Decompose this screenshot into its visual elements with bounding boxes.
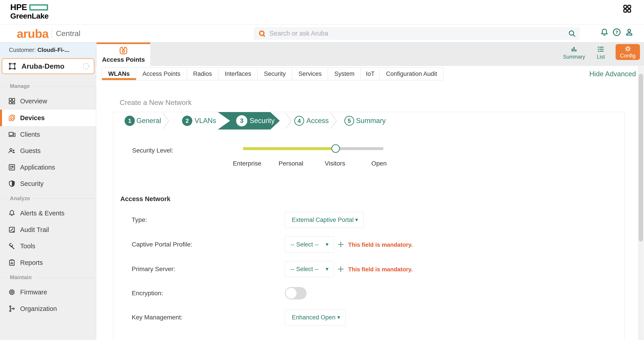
tab-iot[interactable]: IoT [361,68,380,80]
step-separator-chevron [162,112,170,129]
tab-access-points[interactable]: Access Points [136,68,187,80]
sidebar-item-devices[interactable]: Devices [0,110,96,126]
chevron-down-icon: ▼ [354,217,359,222]
app-window: HPE GreenLake aruba Central [0,0,644,340]
captive-portal-profile-select[interactable]: -- Select -- ▼ [285,236,334,252]
tab-configuration-audit[interactable]: Configuration Audit [380,68,444,80]
step-5-label[interactable]: Summary [356,112,386,130]
tab-radios[interactable]: Radios [187,68,218,80]
user-profile-icon[interactable] [624,28,634,37]
slider-handle[interactable] [332,144,340,153]
sidebar-item-label: Alerts & Events [20,210,64,217]
list-view-label: List [597,54,605,60]
step-3-active-arrow[interactable]: 3 Security [218,112,280,130]
sidebar-item-clients[interactable]: Clients [0,126,96,143]
slider-option-personal[interactable]: Personal [278,160,304,167]
sidebar-item-firmware[interactable]: Firmware [0,284,96,300]
chevron-down-icon: ▼ [336,315,341,320]
bell-icon [8,209,16,217]
step-1-circle[interactable]: 1 [124,116,135,126]
section-manage: Manage [0,82,96,90]
tab-wlans[interactable]: WLANs [102,68,136,80]
sidebar-item-label: Overview [20,98,47,105]
config-view-button[interactable]: Config [616,44,640,60]
search-input[interactable] [266,30,568,37]
sidebar-item-reports[interactable]: Reports [0,254,96,271]
step-2-label[interactable]: VLANs [194,112,216,130]
encryption-toggle[interactable] [285,287,306,300]
sidebar-item-label: Audit Trail [20,226,49,234]
step-2-circle[interactable]: 2 [182,116,192,126]
aruba-central-logo: aruba Central [17,24,80,42]
access-network-heading: Access Network [120,195,170,203]
key-management-select[interactable]: Enhanced Open ▼ [285,309,346,326]
sidebar-item-label: Organization [20,305,57,312]
sidebar-item-label: Tools [20,242,35,250]
clients-laptop-icon [8,131,16,138]
step-5-circle[interactable]: 5 [344,116,354,126]
list-view-button[interactable]: List [588,45,613,60]
primary-server-label: Primary Server: [132,265,175,273]
step-separator-chevron [330,112,338,129]
slider-option-open[interactable]: Open [372,160,387,167]
hpe-logo-text: HPE [10,3,27,12]
aruba-search-logo-icon [258,30,266,37]
tab-security[interactable]: Security [258,68,292,80]
add-captive-portal-profile-icon[interactable] [337,240,345,248]
sidebar-item-security[interactable]: Security [0,175,96,192]
section-analyze: Analyze [0,194,96,203]
help-icon[interactable]: ? [612,28,622,37]
tab-services[interactable]: Services [292,68,328,80]
main-area: Access Points Summary List [96,42,644,340]
step-4-label[interactable]: Access [306,112,329,130]
add-primary-server-icon[interactable] [337,265,345,273]
primary-server-select[interactable]: -- Select -- ▼ [285,261,334,277]
sidebar-item-overview[interactable]: Overview [0,93,96,110]
primary-server-mandatory-message: This field is mandatory. [348,266,412,273]
wizard-stepper: 1 General 2 VLANs 3 Security 4 Access 5 … [113,112,624,130]
scrollbar-thumb[interactable] [639,74,643,242]
sidebar-item-tools[interactable]: Tools [0,238,96,254]
organization-branch-icon [8,305,16,312]
global-search [254,27,580,40]
vertical-scrollbar[interactable] [638,66,644,340]
hpe-element-icon [29,4,48,10]
summary-view-button[interactable]: Summary [562,45,586,60]
hide-advanced-link[interactable]: Hide Advanced [589,68,636,80]
overview-grid-icon [8,97,16,105]
sidebar-item-organization[interactable]: Organization [0,300,96,317]
sidebar-item-applications[interactable]: Applications [0,159,96,176]
wrench-icon [8,242,16,250]
step-1-label[interactable]: General [136,112,161,130]
key-management-label: Key Management: [132,314,182,321]
sidebar-item-guests[interactable]: Guests [0,142,96,159]
guests-people-icon [8,147,16,154]
section-maintain: Maintain [0,273,96,282]
devices-icon [8,114,16,122]
slider-option-enterprise[interactable]: Enterprise [233,160,262,167]
app-launcher-grid-icon[interactable] [622,4,632,14]
context-tab-access-points[interactable]: Access Points [96,42,150,66]
step-4-circle[interactable]: 4 [294,116,304,126]
tab-interfaces[interactable]: Interfaces [218,68,258,80]
sidebar-item-audit-trail[interactable]: Audit Trail [0,222,96,238]
group-selector[interactable]: Aruba-Demo [2,58,94,74]
greenlake-logo-text: GreenLake [10,12,48,20]
applications-icon [8,164,16,171]
sidebar-item-label: Reports [20,259,43,266]
security-level-label: Security Level: [132,147,173,154]
encryption-label: Encryption: [132,290,163,297]
notifications-bell-icon[interactable] [600,28,609,37]
group-name: Aruba-Demo [22,62,82,70]
search-icon[interactable] [568,29,576,38]
type-select[interactable]: External Captive Portal ▼ [285,212,364,228]
gear-icon [624,45,632,52]
slider-option-visitors[interactable]: Visitors [325,160,345,167]
aruba-logo-text: aruba [17,28,48,40]
sidebar-item-alerts-events[interactable]: Alerts & Events [0,205,96,222]
config-view-label: Config [620,52,636,59]
security-level-slider[interactable] [243,147,383,150]
step-3-label: Security [250,112,274,130]
tab-system[interactable]: System [328,68,361,80]
platform-header: HPE GreenLake [0,0,644,24]
